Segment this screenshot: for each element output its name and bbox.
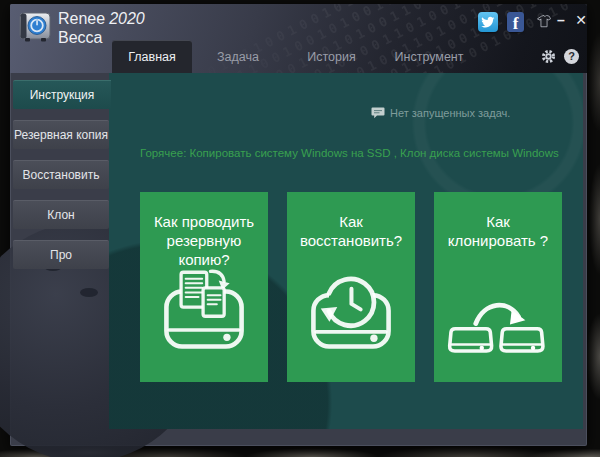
- close-button[interactable]: ✕: [572, 11, 587, 29]
- app-year: 2020: [109, 10, 145, 27]
- card-restore-guide[interactable]: Как восстановить?: [287, 192, 415, 382]
- main-content-panel: Нет запущенных задач. Горячее: Копироват…: [109, 73, 583, 429]
- tab-main[interactable]: Главная: [112, 40, 192, 73]
- tab-task[interactable]: Задача: [192, 40, 284, 73]
- app-name: Renee: [58, 10, 105, 27]
- restore-clock-drive-icon: [307, 264, 395, 352]
- app-logo-safe-icon: [18, 12, 52, 42]
- titlebar: 100101100100101001101001010010 100101100…: [10, 4, 587, 73]
- card-title: Как клонировать ?: [434, 212, 562, 250]
- app-window: 100101100100101001101001010010 100101100…: [10, 4, 587, 446]
- tab-bar: Главная Задача История Инструмент: [112, 40, 479, 73]
- guide-cards: Как проводить резервную копию?: [140, 192, 562, 382]
- sidebar-item-about[interactable]: Про: [13, 240, 109, 269]
- card-title: Как восстановить?: [287, 212, 415, 250]
- sidebar-item-clone[interactable]: Клон: [13, 200, 109, 229]
- chat-bubble-icon: [371, 107, 385, 119]
- settings-gear-icon[interactable]: [541, 49, 556, 64]
- backup-drive-icon: [160, 264, 248, 352]
- social-buttons: f: [478, 12, 524, 32]
- desktop-background: 100101100100101001101001010010 100101100…: [0, 0, 600, 457]
- header-tools: ?: [541, 49, 579, 64]
- card-backup-guide[interactable]: Как проводить резервную копию?: [140, 192, 268, 382]
- minimize-button[interactable]: –: [552, 11, 570, 29]
- app-title-line1: Renee2020: [58, 9, 145, 28]
- help-button[interactable]: ?: [564, 49, 579, 64]
- clone-drives-icon: [445, 296, 551, 358]
- sidebar-item-instruction[interactable]: Инструкция: [13, 80, 111, 109]
- skin-tshirt-icon[interactable]: [537, 15, 551, 28]
- tab-history[interactable]: История: [284, 40, 379, 73]
- facebook-button[interactable]: f: [507, 12, 524, 32]
- status-text: Нет запущенных задач.: [390, 107, 510, 119]
- sidebar-item-backup[interactable]: Резервная копия: [13, 120, 109, 149]
- tab-tools[interactable]: Инструмент: [379, 40, 479, 73]
- sidebar-item-restore[interactable]: Восстановить: [13, 160, 109, 189]
- twitter-button[interactable]: [478, 12, 498, 32]
- watermark-dot: [80, 288, 98, 297]
- sidebar: Инструкция Резервная копия Восстановить …: [13, 80, 111, 280]
- hot-links-line[interactable]: Горячее: Копировать систему Windows на S…: [140, 147, 560, 159]
- card-clone-guide[interactable]: Как клонировать ?: [434, 192, 562, 382]
- twitter-bird-icon: [481, 15, 495, 29]
- task-status: Нет запущенных задач.: [371, 107, 510, 119]
- card-title: Как проводить резервную копию?: [140, 212, 268, 269]
